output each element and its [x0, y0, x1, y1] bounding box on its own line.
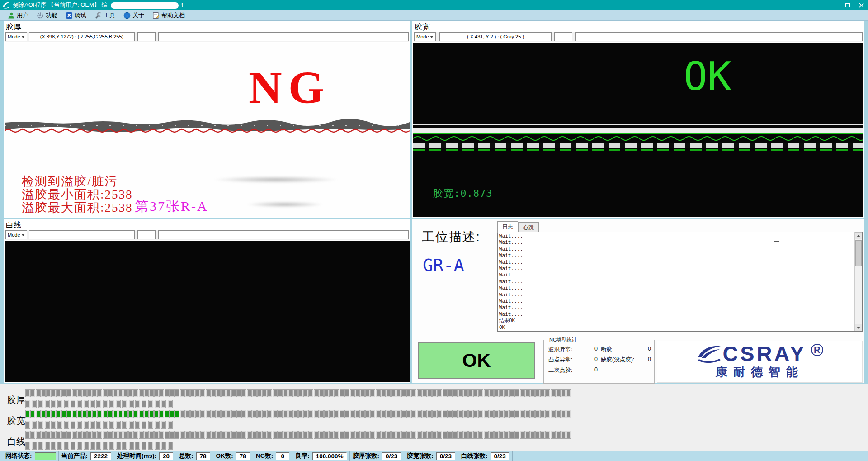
frame-square	[293, 390, 297, 397]
glue-width-mode-select[interactable]: Mode	[414, 32, 436, 41]
frame-square	[103, 431, 107, 438]
frame-square	[67, 390, 71, 397]
white-line-small-field[interactable]	[137, 230, 156, 239]
minimize-button[interactable]	[827, 0, 841, 10]
menu-item-function[interactable]: 功能	[33, 10, 61, 20]
frame-square	[427, 410, 431, 418]
maximize-button[interactable]	[841, 0, 854, 10]
debug-icon	[66, 12, 73, 19]
frame-square	[402, 390, 406, 397]
frame-square	[268, 431, 272, 438]
scroll-down-button[interactable]	[855, 324, 862, 331]
white-line-long-field[interactable]	[158, 230, 409, 239]
station-desc-value: GR-A	[423, 255, 464, 275]
frame-square	[149, 431, 153, 438]
glue-thickness-pixel-readout[interactable]: (X 398,Y 1272) : (R 255,G 255,B 255)	[29, 32, 135, 41]
status-item-6: 良率:100.000%	[292, 451, 349, 461]
frame-square	[134, 390, 138, 397]
frame-square	[474, 431, 478, 438]
frame-square	[62, 390, 66, 397]
frame-square	[113, 410, 118, 418]
frame-square	[242, 390, 246, 397]
frame-square	[211, 410, 215, 418]
frame-square	[134, 431, 138, 438]
frame-square	[88, 410, 92, 418]
status-item-8: 胶宽张数:0/23	[404, 451, 458, 461]
frame-number-overlay: 第37张R-A	[135, 197, 208, 216]
frame-square	[170, 431, 174, 438]
frame-square	[350, 390, 354, 397]
frame-square	[458, 431, 462, 438]
frame-square	[345, 431, 349, 438]
frame-square	[304, 410, 308, 418]
frame-square	[206, 410, 210, 418]
glue-thickness-mode-select[interactable]: Mode	[5, 32, 27, 41]
frame-square	[144, 390, 148, 397]
white-line-pixel-readout[interactable]	[29, 230, 135, 239]
log-line: Wait....	[499, 272, 853, 278]
frame-square	[36, 431, 40, 438]
tools-icon	[94, 12, 102, 19]
close-button[interactable]	[854, 0, 868, 10]
tab-log[interactable]: 日志	[497, 221, 518, 233]
frame-square	[520, 410, 524, 418]
frame-square	[484, 431, 488, 438]
frame-square	[551, 390, 555, 397]
glue-thickness-small-field[interactable]	[137, 32, 156, 41]
frame-square	[299, 431, 303, 438]
frame-square	[258, 390, 262, 397]
scrollbar-thumb[interactable]	[855, 240, 862, 266]
menu-item-help[interactable]: 帮助文档	[148, 10, 189, 20]
glue-width-long-field[interactable]	[575, 32, 863, 41]
chevron-down-icon	[21, 234, 25, 236]
frame-square	[304, 390, 308, 397]
frame-square	[57, 410, 61, 418]
glue-width-small-field[interactable]	[554, 32, 572, 41]
glue-line-graphic	[413, 124, 863, 125]
frame-square	[206, 390, 210, 397]
menu-item-user[interactable]: 用户	[4, 10, 33, 20]
scroll-up-button[interactable]	[855, 232, 862, 239]
detect-message-3: 溢胶最大面积:2538	[22, 200, 133, 216]
status-item-4: OK数:78	[213, 451, 253, 461]
white-line-toolbar: Mode	[5, 230, 409, 240]
frame-square	[283, 431, 288, 438]
menu-item-tools[interactable]: 工具	[90, 10, 119, 20]
frame-square	[422, 390, 426, 397]
frame-square	[222, 431, 226, 438]
log-line: Wait....	[499, 279, 853, 285]
strip-group-label: 白线	[7, 436, 25, 448]
frame-square	[77, 390, 81, 397]
glue-width-pixel-readout[interactable]: ( X 431, Y 2 ) : ( Gray 25 )	[439, 32, 552, 41]
frame-square	[72, 410, 76, 418]
frame-square	[103, 410, 107, 418]
log-line: Wait....	[499, 285, 853, 291]
divider	[4, 31, 410, 31]
white-line-mode-select[interactable]: Mode	[5, 230, 27, 239]
log-scrollbar[interactable]	[854, 232, 862, 331]
frame-square	[556, 431, 560, 438]
frame-square	[510, 410, 514, 418]
divider	[412, 31, 864, 31]
frame-square	[396, 410, 401, 418]
arrow-up-icon	[857, 235, 860, 237]
frame-square	[26, 400, 30, 408]
menu-item-debug[interactable]: 调试	[61, 10, 90, 20]
frame-square	[566, 410, 571, 418]
status-value: 2222	[90, 452, 111, 460]
status-label: 总数:	[179, 452, 193, 460]
menu-item-label: 关于	[132, 11, 144, 19]
frame-square	[52, 442, 56, 449]
frame-square	[546, 431, 550, 438]
overall-result-button[interactable]: OK	[418, 342, 535, 379]
frame-square	[161, 442, 165, 449]
menu-item-about[interactable]: i关于	[119, 10, 148, 20]
frame-square	[47, 410, 51, 418]
log-panel[interactable]: Wait....Wait....Wait....Wait....Wait....…	[497, 232, 863, 332]
frame-square	[479, 390, 483, 397]
log-checkbox[interactable]	[774, 236, 779, 242]
frame-square	[129, 410, 133, 418]
frame-square	[525, 390, 529, 397]
frame-square	[319, 390, 323, 397]
glue-thickness-long-field[interactable]	[158, 32, 409, 41]
